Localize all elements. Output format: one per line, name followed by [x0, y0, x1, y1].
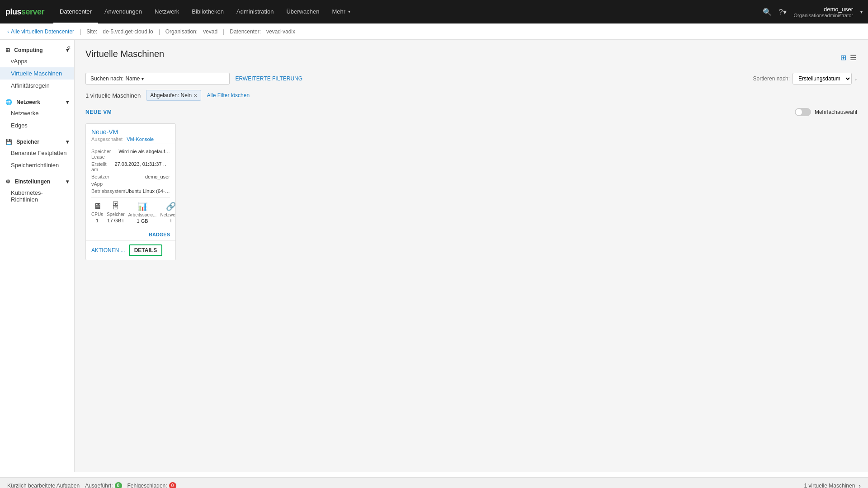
nav-anwendungen[interactable]: Anwendungen	[98, 0, 148, 23]
sidebar-item-netzwerke[interactable]: Netzwerke	[0, 107, 74, 119]
nav-mehr[interactable]: Mehr ▾	[326, 0, 357, 23]
vm-card-body: Speicher-Lease Wird nie als abgelaufen m…	[86, 144, 175, 228]
chevron-left-icon: ‹	[7, 28, 9, 35]
vm-console-link[interactable]: VM-Konsole	[127, 136, 154, 142]
vm-card-header: Neue-VM Ausgeschaltet VM-Konsole	[86, 124, 175, 144]
chevron-down-icon[interactable]: ▾	[860, 9, 863, 14]
details-button[interactable]: Details	[129, 244, 162, 256]
vm-resources: 🖥 CPUs 1 🗄 Speicher 17 GB ℹ 📊	[91, 197, 170, 224]
netzwerk-icon: 🌐	[5, 99, 12, 105]
badges-link[interactable]: Badges	[149, 232, 170, 237]
sidebar-item-affinitatsregeln[interactable]: Affinitätsregeln	[0, 80, 74, 92]
dc-label: Datencenter:	[230, 28, 261, 35]
vm-detail-speicher-lease: Speicher-Lease Wird nie als abgelaufen m…	[91, 149, 170, 160]
settings-icon: ⚙	[5, 178, 10, 185]
executed-label: Ausgeführt:	[85, 483, 113, 488]
help-icon[interactable]: ?▾	[779, 8, 787, 16]
bottom-left-area: Kürzlich bearbeitete Aufgaben Ausgeführt…	[7, 482, 176, 488]
chevron-down-icon: ▾	[66, 99, 69, 105]
failed-badge: Fehlgeschlagen: 0	[127, 482, 176, 488]
vm-detail-besitzer: Besitzer demo_user	[91, 174, 170, 179]
storage-icon: 🗄	[112, 202, 120, 211]
content-area: Virtuelle Maschinen ⊞ ☰ Suchen nach: Nam…	[75, 40, 868, 472]
toolbar: Suchen nach: Name ▾ Erweiterte Filterung…	[85, 73, 857, 84]
chevron-down-icon: ▾	[348, 9, 350, 14]
page-title: Virtuelle Maschinen	[85, 49, 164, 59]
nav-uberwachen[interactable]: Überwachen	[280, 0, 326, 23]
cpu-icon: 🖥	[93, 202, 101, 211]
nav-bibliotheken[interactable]: Bibliotheken	[185, 0, 230, 23]
sidebar-item-vapps[interactable]: vApps	[0, 55, 74, 67]
app-logo: plusserver	[5, 7, 44, 17]
sidebar-section-einstellungen-header[interactable]: ⚙ Einstellungen ▾	[0, 175, 74, 187]
grid-view-icon[interactable]: ⊞	[840, 52, 847, 63]
nav-datencenter[interactable]: Datencenter	[53, 0, 98, 23]
chevron-down-icon: ▾	[66, 178, 69, 185]
network-icon: 🔗	[166, 202, 176, 211]
failed-count: 0	[169, 482, 176, 488]
vm-detail-betriebssystem: Betriebssystem Ubuntu Linux (64-bit)	[91, 188, 170, 194]
vm-card-status: Ausgeschaltet VM-Konsole	[91, 136, 170, 142]
clear-filters-button[interactable]: Alle Filter löschen	[207, 92, 250, 99]
bottom-right-area: 1 virtuelle Maschinen ›	[804, 482, 861, 488]
new-vm-button[interactable]: Neue VM	[85, 109, 112, 115]
sidebar-item-benannte-festplatten[interactable]: Benannte Festplatten	[0, 147, 74, 159]
vm-resource-cpus: 🖥 CPUs 1	[91, 202, 103, 224]
sort-select[interactable]: Erstellungsdatum	[793, 73, 852, 84]
main-layout: « ⊞ Computing ▾ vApps Virtuelle Maschine…	[0, 40, 868, 472]
sidebar-collapse-button[interactable]: «	[67, 43, 71, 51]
sidebar-item-kubernetes-richtlinien[interactable]: Kubernetes-Richtlinien	[0, 187, 74, 206]
breadcrumb: ‹ Alle virtuellen Datencenter | Site: de…	[0, 23, 868, 40]
vm-resource-arbeitsspeicher: 📊 Arbeitsspeic... 1 GB	[128, 202, 157, 224]
user-menu[interactable]: demo_user Organisationsadministrator	[794, 6, 853, 18]
recently-tasks-label: Kürzlich bearbeitete Aufgaben	[7, 483, 80, 488]
horizontal-scrollbar[interactable]	[0, 472, 868, 477]
netzwerk-info-icon: ℹ	[170, 218, 172, 223]
back-label[interactable]: Alle virtuellen Datencenter	[11, 28, 74, 35]
multiselect-toggle: Mehrfachauswahl	[795, 108, 857, 116]
vm-resource-speicher: 🗄 Speicher 17 GB ℹ	[107, 202, 124, 224]
sidebar-section-speicher-header[interactable]: 💾 Speicher ▾	[0, 135, 74, 147]
list-view-icon[interactable]: ☰	[849, 52, 857, 63]
search-icon[interactable]: 🔍	[763, 8, 772, 16]
failed-label: Fehlgeschlagen:	[127, 483, 167, 488]
sort-label: Sortieren nach:	[753, 75, 790, 82]
org-value: vevad	[203, 28, 217, 35]
search-input[interactable]	[148, 73, 230, 84]
vm-resource-netzwerke: 🔗 Netzwerke ℹ	[160, 202, 176, 224]
search-field-selector[interactable]: Name	[125, 75, 140, 82]
toggle-knob	[796, 109, 802, 115]
org-label: Organisation:	[165, 28, 198, 35]
user-role: Organisationsadministrator	[794, 13, 853, 18]
chevron-down-icon: ▾	[66, 139, 69, 145]
filter-tag-label: Abgelaufen: Nein	[150, 92, 192, 99]
vm-detail-erstellt-am: Erstellt am 27.03.2023, 01:31:37 PM	[91, 161, 170, 172]
vm-card-badges-section: Badges	[86, 228, 175, 240]
bottom-bar: Kürzlich bearbeitete Aufgaben Ausgeführt…	[0, 477, 868, 488]
sidebar-item-virtuelle-maschinen[interactable]: Virtuelle Maschinen	[0, 67, 74, 80]
sidebar-item-speicherrichtlinien[interactable]: Speicherrichtlinien	[0, 159, 74, 171]
vm-card: Neue-VM Ausgeschaltet VM-Konsole Speiche…	[85, 123, 176, 260]
active-filter-tag: Abgelaufen: Nein ×	[146, 90, 201, 101]
sidebar-section-netzwerk: 🌐 Netzwerk ▾ Netzwerke Edges	[0, 95, 74, 131]
executed-count: 0	[115, 482, 122, 488]
advanced-filter-link[interactable]: Erweiterte Filterung	[235, 75, 302, 82]
multiselect-switch[interactable]	[795, 108, 811, 116]
sort-direction-icon[interactable]: ↓	[854, 75, 857, 82]
sidebar-section-computing-header[interactable]: ⊞ Computing ▾	[0, 43, 74, 55]
chevron-down-icon[interactable]: ▾	[142, 76, 144, 81]
nav-administration[interactable]: Administration	[230, 0, 280, 23]
nav-netzwerk[interactable]: Netzwerk	[148, 0, 185, 23]
back-button[interactable]: ‹ Alle virtuellen Datencenter	[7, 28, 74, 35]
scroll-right-icon[interactable]: ›	[859, 482, 861, 488]
site-label: Site:	[86, 28, 97, 35]
vm-card-title[interactable]: Neue-VM	[91, 128, 170, 136]
executed-badge: Ausgeführt: 0	[85, 482, 122, 488]
sort-bar: Sortieren nach: Erstellungsdatum ↓	[753, 73, 857, 84]
sidebar-item-edges[interactable]: Edges	[0, 119, 74, 131]
ram-icon: 📊	[137, 202, 147, 211]
actions-button[interactable]: Aktionen ...	[91, 247, 125, 253]
sidebar-section-netzwerk-header[interactable]: 🌐 Netzwerk ▾	[0, 95, 74, 107]
filter-tag-remove-button[interactable]: ×	[193, 92, 197, 99]
sidebar-section-einstellungen: ⚙ Einstellungen ▾ Kubernetes-Richtlinien	[0, 175, 74, 206]
